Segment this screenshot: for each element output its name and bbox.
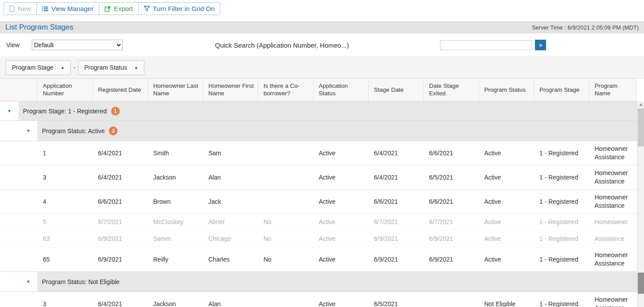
column-header[interactable]: Homeowner First Name [203, 79, 258, 101]
cell: Homeowner Assistance [589, 141, 637, 165]
cell: Active [479, 231, 534, 247]
cell: Active [479, 141, 534, 165]
cell: Homeowner Assistance [589, 292, 637, 307]
group-chip-label: Program Stage [12, 64, 53, 71]
list-icon [42, 6, 48, 11]
cell: 6/5/2021 [424, 165, 479, 189]
cell: 6/9/2021 [93, 247, 148, 271]
new-button[interactable]: New [4, 2, 37, 15]
cell: Charles [203, 247, 258, 271]
export-icon [105, 6, 111, 12]
cell: Sam [203, 141, 258, 165]
column-header[interactable]: Program Status [479, 79, 534, 101]
group-expander[interactable]: ▼ [0, 121, 38, 141]
view-bar: View Default Quick Search (Application N… [0, 34, 644, 56]
column-header[interactable]: Is there a Co-borrower? [258, 79, 313, 101]
group-chip-program-stage[interactable]: Program Stage ▲ [6, 60, 71, 75]
cell: No [258, 214, 313, 230]
group-row-program-stage[interactable]: ▼ Program Stage: 1 - Registered 1 [0, 101, 637, 121]
cell: Active [479, 190, 534, 213]
group-row-status-active[interactable]: ▼ Program Status: Active 2 [0, 121, 637, 141]
quick-search-label: Quick Search (Application Number, Homeo.… [215, 41, 349, 49]
cell: Samm [148, 231, 203, 247]
cell: Active [479, 165, 534, 189]
group-expander[interactable]: ▼ [0, 272, 38, 292]
cell: 1 - Registered [534, 231, 589, 247]
cell: 3 [38, 165, 93, 189]
group-band: Program Status: Not Eligible [38, 272, 637, 292]
table-row[interactable]: 36/4/2021JacksonAlanActive6/4/20216/5/20… [0, 165, 637, 190]
cell: Active [313, 165, 369, 189]
grid-body: ▼ Program Stage: 1 - Registered 1 ▼ Prog… [0, 101, 637, 307]
table-row[interactable]: 56/7/2021McCloskeyAbnerNoActive6/7/20216… [0, 214, 637, 231]
cell: Active [313, 141, 369, 165]
cell: McCloskey [148, 214, 203, 230]
collapse-arrow-icon[interactable]: ▼ [26, 129, 30, 133]
search-input[interactable] [440, 40, 532, 50]
cell: Reilly [148, 247, 203, 271]
column-header[interactable]: Application Number [38, 79, 93, 101]
sort-asc-icon[interactable]: ▲ [134, 65, 138, 70]
column-header[interactable]: Application Status [313, 79, 369, 101]
rows-active: 16/4/2021SmithSamActive6/4/20216/6/2021A… [0, 141, 637, 272]
table-row[interactable]: 656/9/2021ReillyCharlesNoActive6/9/20216… [0, 247, 637, 272]
cell: Smith [148, 141, 203, 165]
cell [258, 190, 313, 213]
table-row[interactable]: 636/9/2021SammChicagoNoActive6/9/20216/9… [0, 231, 637, 247]
collapse-arrow-icon[interactable]: ▼ [26, 280, 30, 284]
column-header[interactable]: Program Stage [534, 79, 589, 101]
cell: 6/7/2021 [424, 214, 479, 230]
row-expander-cell [0, 214, 38, 230]
cell: 6/4/2021 [369, 141, 424, 165]
cell: 6/9/2021 [369, 247, 424, 271]
new-document-icon [9, 5, 15, 12]
row-expander-cell [0, 231, 38, 247]
cell [258, 165, 313, 189]
cell: 6/5/2021 [369, 292, 424, 307]
scroll-up-arrow-icon[interactable] [639, 103, 643, 106]
filter-toggle-label: Turn Filter in Grid On [153, 5, 215, 12]
view-manager-button[interactable]: View Manager [36, 2, 99, 15]
search-go-button[interactable]: > [535, 40, 546, 50]
column-header[interactable]: Registered Date [93, 79, 148, 101]
cell: 6/7/2021 [93, 214, 148, 230]
group-chip-program-status[interactable]: Program Status ▲ [78, 60, 144, 75]
filter-toggle-button[interactable]: Turn Filter in Grid On [138, 2, 220, 15]
group-expander[interactable]: ▼ [0, 101, 19, 120]
export-button[interactable]: Export [99, 2, 139, 15]
cell [258, 141, 313, 165]
vertical-scrollbar[interactable] [637, 101, 644, 307]
column-header[interactable]: Program Name [589, 79, 637, 101]
cell: 6/6/2021 [424, 141, 479, 165]
group-row-status-not-eligible[interactable]: ▼ Program Status: Not Eligible [0, 272, 637, 292]
cell: 63 [38, 231, 93, 247]
app-window: New View Manager Export [0, 0, 644, 307]
cell: 6/6/2021 [93, 190, 148, 213]
cell: Alan [203, 165, 258, 189]
cell: 5 [38, 214, 93, 230]
collapse-arrow-icon[interactable]: ▼ [7, 109, 11, 113]
cell: 3 [38, 292, 93, 307]
scrollbar-thumb-secondary[interactable] [638, 273, 644, 294]
sort-asc-icon[interactable]: ▲ [60, 65, 64, 70]
column-header[interactable]: Stage Date [369, 79, 424, 101]
group-separator: - [73, 64, 75, 71]
export-label: Export [114, 5, 133, 12]
cell [424, 292, 479, 307]
table-row[interactable]: 16/4/2021SmithSamActive6/4/20216/6/2021A… [0, 141, 637, 165]
cell: 4 [38, 190, 93, 213]
scrollbar-thumb[interactable] [638, 109, 644, 146]
cell: 6/4/2021 [93, 292, 148, 307]
view-manager-label: View Manager [51, 5, 94, 12]
column-header[interactable]: Homeowner Last Name [148, 79, 203, 101]
table-row[interactable]: 46/6/2021BrownJackActive6/6/20216/6/2021… [0, 190, 637, 214]
view-select[interactable]: Default [32, 40, 123, 50]
cell: Alan [203, 292, 258, 307]
cell: 1 - Registered [534, 141, 589, 165]
row-expander-cell [0, 141, 38, 165]
column-header[interactable]: Date Stage Exited [424, 79, 479, 101]
table-row[interactable]: 36/4/2021JacksonAlanActive6/5/2021Not El… [0, 292, 637, 307]
server-time: Server Time : 6/9/2021 2:05:09 PM (MDT) [532, 24, 639, 31]
row-expander-cell [0, 190, 38, 213]
title-bar: List Program Stages Server Time : 6/9/20… [0, 21, 644, 34]
